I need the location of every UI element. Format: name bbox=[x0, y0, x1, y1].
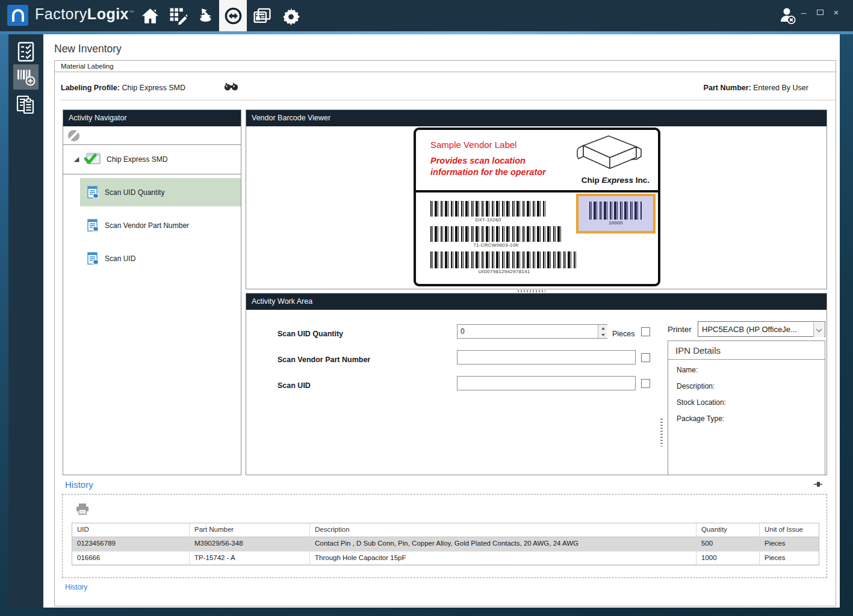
tree-item-scan-uid-quantity[interactable]: Scan UID Quantity bbox=[80, 178, 241, 206]
transfer-arrows-icon bbox=[224, 7, 243, 25]
search-profile-button[interactable] bbox=[224, 82, 238, 93]
scan-uid-input[interactable] bbox=[457, 376, 636, 390]
chevron-down-icon bbox=[601, 334, 605, 336]
scan-uid-quantity-label: Scan UID Quantity bbox=[278, 330, 343, 338]
ipn-description-label: Description: bbox=[668, 376, 825, 392]
minimize-icon: – bbox=[801, 7, 806, 17]
app-logo bbox=[7, 5, 28, 26]
ipn-details-groupbox: IPN Details Name: Description: Stock Loc… bbox=[668, 340, 825, 475]
part-number-value: Entered By User bbox=[753, 84, 808, 92]
minimize-button[interactable]: – bbox=[796, 0, 811, 24]
printer-select[interactable]: HPC5EACB (HP OfficeJe... bbox=[698, 321, 825, 337]
grid-pencil-icon bbox=[169, 7, 187, 25]
cell-description: Contact Pin , D Sub Conn, Pin, Copper Al… bbox=[310, 537, 696, 551]
labeling-profile-row: Labeling Profile: Chip Express SMD bbox=[61, 84, 185, 92]
history-link[interactable]: History bbox=[65, 583, 87, 591]
labeling-profile-value: Chip Express SMD bbox=[122, 84, 185, 92]
maximize-button[interactable] bbox=[812, 0, 828, 24]
barcode-part: DX7-10260 bbox=[430, 201, 546, 223]
chevron-down-icon bbox=[816, 326, 822, 332]
cell-quantity: 1000 bbox=[696, 552, 760, 564]
binoculars-icon bbox=[224, 82, 238, 91]
windows-icon bbox=[253, 7, 271, 25]
sidebar-item-documents[interactable] bbox=[13, 92, 39, 117]
scan-vendor-part-number-checkbox[interactable] bbox=[641, 353, 650, 362]
cell-uid: 016666 bbox=[72, 552, 190, 564]
page-title: New Inventory bbox=[54, 43, 122, 55]
vendor-label-barcode-section: DX7-10260 71-CRCW0603-10K UID07981294297… bbox=[416, 192, 658, 284]
ipn-stock-location-label: Stock Location: bbox=[668, 392, 825, 408]
profile-check-icon bbox=[84, 152, 101, 167]
barcode-add-icon bbox=[16, 67, 36, 87]
reports-nav-button[interactable] bbox=[248, 0, 276, 31]
cell-part-number: M39029/56-348 bbox=[190, 537, 310, 551]
scan-uid-quantity-checkbox[interactable] bbox=[641, 327, 650, 336]
database-import-icon bbox=[196, 7, 215, 25]
vendor-label-subheading: Provides scan location information for t… bbox=[430, 155, 546, 178]
activity-navigator-header: Activity Navigator bbox=[63, 110, 241, 126]
print-history-button[interactable] bbox=[76, 503, 89, 517]
spinner-down-button[interactable] bbox=[598, 331, 607, 338]
vendor-barcode-viewer-header: Vendor Barcode Viewer bbox=[246, 110, 827, 126]
sidebar bbox=[8, 34, 43, 608]
quantity-spinner[interactable] bbox=[598, 325, 607, 338]
history-table-header: UID Part Number Description Quantity Uni… bbox=[72, 523, 819, 537]
scan-vendor-part-number-combo[interactable] bbox=[457, 350, 636, 365]
sidebar-item-new-inventory[interactable] bbox=[13, 64, 39, 90]
logo-n-icon bbox=[10, 8, 26, 23]
material-transfer-nav-button-active[interactable] bbox=[219, 0, 247, 31]
cancel-activity-icon[interactable] bbox=[67, 129, 81, 143]
maximize-icon bbox=[817, 10, 824, 15]
scan-uid-label: Scan UID bbox=[278, 381, 311, 390]
receiving-nav-button[interactable] bbox=[191, 0, 219, 31]
activity-work-area-panel: Activity Work Area Scan UID Quantity 0 P… bbox=[246, 293, 827, 475]
part-number-row: Part Number: Entered By User bbox=[704, 84, 808, 92]
home-icon bbox=[141, 7, 160, 25]
cell-unit-of-issue: Pieces bbox=[760, 552, 819, 564]
barcode-vendor-part: 71-CRCW0603-10K bbox=[430, 226, 562, 248]
home-nav-button[interactable] bbox=[136, 0, 164, 31]
tree-item-scan-uid[interactable]: Scan UID bbox=[80, 244, 241, 273]
column-header-unit-of-issue[interactable]: Unit of Issue bbox=[760, 523, 819, 537]
history-table-row[interactable]: 016666 TP-15742 - A Through Hole Capacit… bbox=[72, 551, 819, 565]
history-table-row[interactable]: 0123456789 M39029/56-348 Contact Pin , D… bbox=[72, 537, 819, 551]
close-button[interactable]: × bbox=[828, 0, 844, 24]
tree-node-chip-express-smd[interactable]: Chip Express SMD bbox=[63, 145, 241, 174]
barcode-caption: 71-CRCW0603-10K bbox=[430, 242, 562, 248]
column-header-description[interactable]: Description bbox=[310, 523, 696, 537]
column-header-uid[interactable]: UID bbox=[72, 523, 190, 537]
settings-nav-button[interactable] bbox=[277, 0, 305, 31]
ipn-name-label: Name: bbox=[668, 360, 825, 376]
pieces-unit-label: Pieces bbox=[612, 330, 635, 338]
cell-uid: 0123456789 bbox=[72, 537, 190, 551]
horizontal-splitter[interactable] bbox=[518, 290, 545, 292]
ipn-details-title: IPN Details bbox=[668, 341, 825, 360]
activity-form-icon bbox=[87, 252, 99, 265]
vertical-splitter[interactable] bbox=[660, 419, 663, 446]
barcode-caption: DX7-10260 bbox=[430, 217, 546, 223]
tab-material-labeling[interactable]: Material Labeling bbox=[55, 61, 836, 72]
scan-uid-checkbox[interactable] bbox=[641, 379, 650, 388]
column-header-quantity[interactable]: Quantity bbox=[696, 523, 760, 537]
sidebar-item-checklist[interactable] bbox=[13, 39, 39, 64]
activity-work-area-header: Activity Work Area bbox=[246, 294, 827, 310]
activity-form-icon bbox=[87, 186, 99, 199]
tree-node-label: Chip Express SMD bbox=[107, 155, 167, 164]
vendor-label-heading: Sample Vendor Label bbox=[430, 140, 516, 150]
column-header-part-number[interactable]: Part Number bbox=[190, 523, 310, 537]
pin-history-button[interactable] bbox=[814, 481, 822, 490]
gear-icon bbox=[282, 7, 300, 25]
tree-item-scan-vendor-part-number[interactable]: Scan Vendor Part Number bbox=[80, 211, 241, 239]
scan-uid-quantity-input[interactable]: 0 bbox=[457, 324, 607, 339]
activity-navigator-toolbar bbox=[63, 126, 241, 145]
combo-dropdown-button[interactable] bbox=[813, 322, 824, 337]
logout-user-button[interactable] bbox=[778, 6, 798, 27]
tree-expander-icon[interactable] bbox=[74, 157, 79, 162]
vendor-label-top-section: Sample Vendor Label Provides scan locati… bbox=[416, 130, 658, 192]
barcode-caption: UID079812942978141 bbox=[430, 269, 578, 274]
part-number-label: Part Number: bbox=[704, 84, 751, 92]
design-nav-button[interactable] bbox=[164, 0, 191, 31]
tree-item-label: Scan UID bbox=[105, 254, 135, 263]
spinner-up-button[interactable] bbox=[598, 325, 607, 331]
sample-vendor-label: Sample Vendor Label Provides scan locati… bbox=[414, 128, 660, 286]
